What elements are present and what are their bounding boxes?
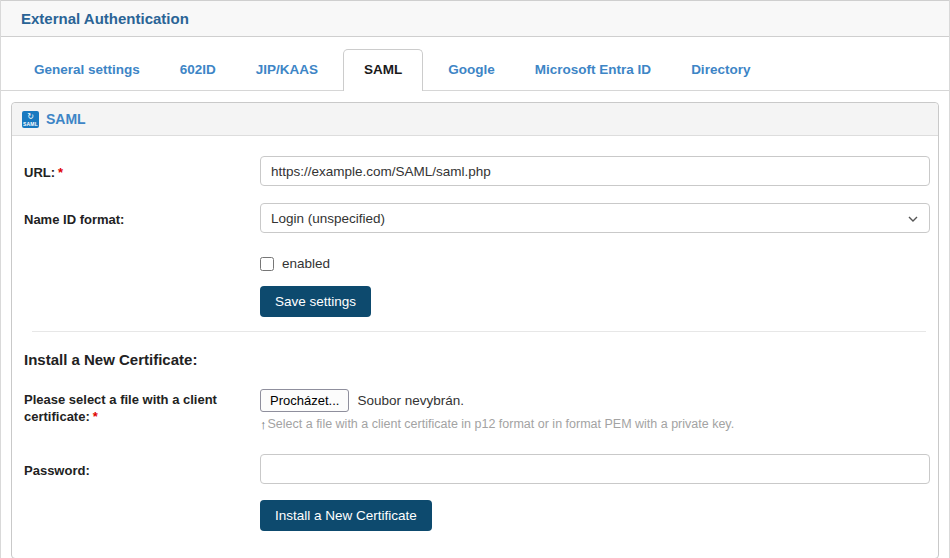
tab-jip-kaas[interactable]: JIP/KAAS bbox=[241, 50, 333, 90]
tab-general-settings[interactable]: General settings bbox=[19, 50, 155, 90]
tab-directory[interactable]: Directory bbox=[676, 50, 765, 90]
saml-logo-icon: ↻ SAML bbox=[22, 111, 39, 128]
section-divider bbox=[32, 331, 926, 332]
install-row: Install a New Certificate bbox=[24, 500, 930, 531]
password-label: Password: bbox=[24, 454, 260, 479]
panel-title: SAML bbox=[46, 111, 86, 127]
password-row: Password: bbox=[24, 454, 930, 484]
required-asterisk: * bbox=[93, 409, 98, 424]
tab-saml[interactable]: SAML bbox=[343, 49, 423, 91]
saml-panel: ↻ SAML SAML URL:* Name ID format: Login … bbox=[11, 102, 939, 558]
tab-602id[interactable]: 602ID bbox=[165, 50, 231, 90]
install-certificate-button[interactable]: Install a New Certificate bbox=[260, 500, 432, 531]
name-id-format-selected-value: Login (unspecified) bbox=[271, 211, 385, 226]
name-id-format-row: Name ID format: Login (unspecified) bbox=[24, 203, 930, 233]
name-id-format-select[interactable]: Login (unspecified) bbox=[260, 203, 930, 233]
required-asterisk: * bbox=[58, 165, 63, 180]
password-input[interactable] bbox=[260, 454, 930, 484]
certificate-file-hint: ↑ Select a file with a client certificat… bbox=[260, 417, 930, 432]
tab-microsoft-entra-id[interactable]: Microsoft Entra ID bbox=[520, 50, 666, 90]
save-settings-button[interactable]: Save settings bbox=[260, 286, 371, 317]
saml-panel-header: ↻ SAML SAML bbox=[12, 103, 938, 136]
certificate-file-row: Please select a file with a client certi… bbox=[24, 389, 930, 432]
tab-google[interactable]: Google bbox=[433, 50, 510, 90]
install-certificate-heading: Install a New Certificate: bbox=[24, 351, 930, 368]
certificate-file-label: Please select a file with a client certi… bbox=[24, 389, 260, 425]
page-title: External Authentication bbox=[21, 10, 189, 27]
tab-strip: General settings 602ID JIP/KAAS SAML Goo… bbox=[1, 49, 949, 91]
page-title-bar: External Authentication bbox=[1, 0, 949, 37]
saml-form: URL:* Name ID format: Login (unspecified… bbox=[12, 136, 938, 531]
url-input[interactable] bbox=[260, 156, 930, 186]
enabled-checkbox-label: enabled bbox=[282, 256, 330, 271]
no-file-selected-text: Soubor nevybrán. bbox=[357, 393, 464, 408]
url-row: URL:* bbox=[24, 156, 930, 186]
name-id-format-label: Name ID format: bbox=[24, 203, 260, 228]
enabled-row: enabled bbox=[24, 256, 930, 271]
browse-button[interactable]: Procházet... bbox=[260, 389, 349, 412]
chevron-down-icon bbox=[907, 213, 919, 225]
enabled-checkbox[interactable] bbox=[260, 257, 274, 271]
save-row: Save settings bbox=[24, 286, 930, 317]
up-arrow-icon: ↑ bbox=[260, 417, 267, 432]
url-label: URL:* bbox=[24, 156, 260, 181]
certificate-file-input: Procházet... Soubor nevybrán. bbox=[260, 389, 930, 412]
